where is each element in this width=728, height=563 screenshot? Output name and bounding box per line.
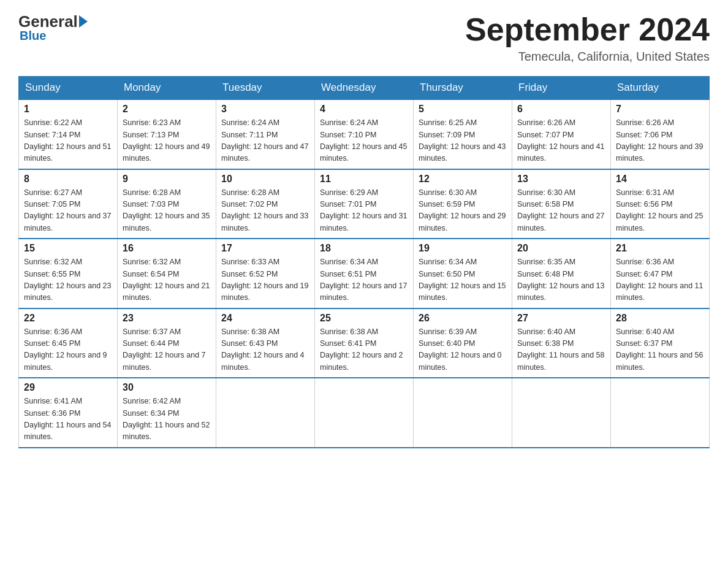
day-number: 27 bbox=[517, 313, 605, 324]
day-info: Sunrise: 6:32 AMSunset: 6:55 PMDaylight:… bbox=[24, 256, 112, 304]
week-row-4: 22 Sunrise: 6:36 AMSunset: 6:45 PMDaylig… bbox=[19, 308, 710, 378]
day-info: Sunrise: 6:24 AMSunset: 7:10 PMDaylight:… bbox=[320, 117, 408, 165]
day-cell-7: 7 Sunrise: 6:26 AMSunset: 7:06 PMDayligh… bbox=[611, 99, 710, 169]
day-info: Sunrise: 6:23 AMSunset: 7:13 PMDaylight:… bbox=[123, 117, 211, 165]
day-info: Sunrise: 6:39 AMSunset: 6:40 PMDaylight:… bbox=[419, 326, 507, 374]
week-row-5: 29 Sunrise: 6:41 AMSunset: 6:36 PMDaylig… bbox=[19, 378, 710, 448]
day-cell-12: 12 Sunrise: 6:30 AMSunset: 6:59 PMDaylig… bbox=[414, 169, 512, 239]
page-header: General Blue September 2024 Temecula, Ca… bbox=[18, 12, 710, 64]
calendar-header-row: Sunday Monday Tuesday Wednesday Thursday… bbox=[19, 77, 710, 100]
col-saturday: Saturday bbox=[611, 77, 710, 100]
day-cell-13: 13 Sunrise: 6:30 AMSunset: 6:58 PMDaylig… bbox=[512, 169, 611, 239]
day-info: Sunrise: 6:36 AMSunset: 6:45 PMDaylight:… bbox=[24, 326, 112, 374]
day-info: Sunrise: 6:27 AMSunset: 7:05 PMDaylight:… bbox=[24, 187, 112, 235]
day-info: Sunrise: 6:37 AMSunset: 6:44 PMDaylight:… bbox=[123, 326, 211, 374]
logo-arrow-icon bbox=[79, 15, 88, 28]
col-monday: Monday bbox=[118, 77, 216, 100]
day-info: Sunrise: 6:40 AMSunset: 6:38 PMDaylight:… bbox=[517, 326, 605, 374]
day-number: 26 bbox=[419, 313, 507, 324]
day-info: Sunrise: 6:42 AMSunset: 6:34 PMDaylight:… bbox=[123, 396, 211, 443]
day-info: Sunrise: 6:25 AMSunset: 7:09 PMDaylight:… bbox=[419, 117, 507, 165]
day-number: 1 bbox=[24, 104, 112, 115]
day-info: Sunrise: 6:38 AMSunset: 6:41 PMDaylight:… bbox=[320, 326, 408, 374]
col-thursday: Thursday bbox=[414, 77, 512, 100]
day-number: 12 bbox=[419, 174, 507, 185]
day-cell-3: 3 Sunrise: 6:24 AMSunset: 7:11 PMDayligh… bbox=[216, 99, 315, 169]
day-number: 15 bbox=[24, 243, 112, 254]
day-info: Sunrise: 6:24 AMSunset: 7:11 PMDaylight:… bbox=[221, 117, 309, 165]
month-title: September 2024 bbox=[465, 12, 710, 47]
day-info: Sunrise: 6:28 AMSunset: 7:03 PMDaylight:… bbox=[123, 187, 211, 235]
day-cell-21: 21 Sunrise: 6:36 AMSunset: 6:47 PMDaylig… bbox=[611, 239, 710, 308]
day-cell-29: 29 Sunrise: 6:41 AMSunset: 6:36 PMDaylig… bbox=[19, 378, 118, 448]
day-info: Sunrise: 6:36 AMSunset: 6:47 PMDaylight:… bbox=[616, 256, 704, 304]
day-number: 5 bbox=[419, 104, 507, 115]
day-number: 9 bbox=[123, 174, 211, 185]
day-info: Sunrise: 6:38 AMSunset: 6:43 PMDaylight:… bbox=[221, 326, 309, 374]
day-info: Sunrise: 6:31 AMSunset: 6:56 PMDaylight:… bbox=[616, 187, 704, 235]
day-info: Sunrise: 6:34 AMSunset: 6:50 PMDaylight:… bbox=[419, 256, 507, 304]
day-number: 19 bbox=[419, 243, 507, 254]
day-number: 13 bbox=[517, 174, 605, 185]
title-block: September 2024 Temecula, California, Uni… bbox=[465, 12, 710, 64]
day-number: 20 bbox=[517, 243, 605, 254]
day-number: 7 bbox=[616, 104, 704, 115]
day-cell-14: 14 Sunrise: 6:31 AMSunset: 6:56 PMDaylig… bbox=[611, 169, 710, 239]
day-cell-10: 10 Sunrise: 6:28 AMSunset: 7:02 PMDaylig… bbox=[216, 169, 315, 239]
day-cell-18: 18 Sunrise: 6:34 AMSunset: 6:51 PMDaylig… bbox=[315, 239, 414, 308]
day-number: 2 bbox=[123, 104, 211, 115]
day-cell-8: 8 Sunrise: 6:27 AMSunset: 7:05 PMDayligh… bbox=[19, 169, 118, 239]
day-info: Sunrise: 6:30 AMSunset: 6:59 PMDaylight:… bbox=[419, 187, 507, 235]
day-number: 23 bbox=[123, 313, 211, 324]
day-cell-20: 20 Sunrise: 6:35 AMSunset: 6:48 PMDaylig… bbox=[512, 239, 611, 308]
day-number: 29 bbox=[24, 382, 112, 393]
day-number: 18 bbox=[320, 243, 408, 254]
logo: General Blue bbox=[18, 12, 88, 43]
day-cell-23: 23 Sunrise: 6:37 AMSunset: 6:44 PMDaylig… bbox=[118, 308, 216, 378]
day-number: 28 bbox=[616, 313, 704, 324]
day-cell-26: 26 Sunrise: 6:39 AMSunset: 6:40 PMDaylig… bbox=[414, 308, 512, 378]
day-cell-24: 24 Sunrise: 6:38 AMSunset: 6:43 PMDaylig… bbox=[216, 308, 315, 378]
day-info: Sunrise: 6:41 AMSunset: 6:36 PMDaylight:… bbox=[24, 396, 112, 443]
day-cell-25: 25 Sunrise: 6:38 AMSunset: 6:41 PMDaylig… bbox=[315, 308, 414, 378]
week-row-1: 1 Sunrise: 6:22 AMSunset: 7:14 PMDayligh… bbox=[19, 99, 710, 169]
day-number: 16 bbox=[123, 243, 211, 254]
day-info: Sunrise: 6:22 AMSunset: 7:14 PMDaylight:… bbox=[24, 117, 112, 165]
day-number: 25 bbox=[320, 313, 408, 324]
day-number: 30 bbox=[123, 382, 211, 393]
day-cell-19: 19 Sunrise: 6:34 AMSunset: 6:50 PMDaylig… bbox=[414, 239, 512, 308]
day-number: 11 bbox=[320, 174, 408, 185]
empty-cell-w4-d6 bbox=[611, 378, 710, 448]
day-info: Sunrise: 6:33 AMSunset: 6:52 PMDaylight:… bbox=[221, 256, 309, 304]
day-cell-11: 11 Sunrise: 6:29 AMSunset: 7:01 PMDaylig… bbox=[315, 169, 414, 239]
empty-cell-w4-d5 bbox=[512, 378, 611, 448]
day-info: Sunrise: 6:28 AMSunset: 7:02 PMDaylight:… bbox=[221, 187, 309, 235]
day-info: Sunrise: 6:32 AMSunset: 6:54 PMDaylight:… bbox=[123, 256, 211, 304]
day-cell-22: 22 Sunrise: 6:36 AMSunset: 6:45 PMDaylig… bbox=[19, 308, 118, 378]
day-number: 24 bbox=[221, 313, 309, 324]
day-cell-5: 5 Sunrise: 6:25 AMSunset: 7:09 PMDayligh… bbox=[414, 99, 512, 169]
day-number: 14 bbox=[616, 174, 704, 185]
day-info: Sunrise: 6:29 AMSunset: 7:01 PMDaylight:… bbox=[320, 187, 408, 235]
day-info: Sunrise: 6:34 AMSunset: 6:51 PMDaylight:… bbox=[320, 256, 408, 304]
col-sunday: Sunday bbox=[19, 77, 118, 100]
day-cell-4: 4 Sunrise: 6:24 AMSunset: 7:10 PMDayligh… bbox=[315, 99, 414, 169]
empty-cell-w4-d4 bbox=[414, 378, 512, 448]
col-wednesday: Wednesday bbox=[315, 77, 414, 100]
day-number: 4 bbox=[320, 104, 408, 115]
day-number: 3 bbox=[221, 104, 309, 115]
day-cell-28: 28 Sunrise: 6:40 AMSunset: 6:37 PMDaylig… bbox=[611, 308, 710, 378]
empty-cell-w4-d3 bbox=[315, 378, 414, 448]
day-cell-15: 15 Sunrise: 6:32 AMSunset: 6:55 PMDaylig… bbox=[19, 239, 118, 308]
col-friday: Friday bbox=[512, 77, 611, 100]
logo-blue: Blue bbox=[20, 29, 46, 43]
day-cell-17: 17 Sunrise: 6:33 AMSunset: 6:52 PMDaylig… bbox=[216, 239, 315, 308]
day-cell-9: 9 Sunrise: 6:28 AMSunset: 7:03 PMDayligh… bbox=[118, 169, 216, 239]
week-row-3: 15 Sunrise: 6:32 AMSunset: 6:55 PMDaylig… bbox=[19, 239, 710, 308]
calendar-table: Sunday Monday Tuesday Wednesday Thursday… bbox=[18, 76, 710, 448]
day-number: 17 bbox=[221, 243, 309, 254]
day-info: Sunrise: 6:30 AMSunset: 6:58 PMDaylight:… bbox=[517, 187, 605, 235]
day-info: Sunrise: 6:40 AMSunset: 6:37 PMDaylight:… bbox=[616, 326, 704, 374]
week-row-2: 8 Sunrise: 6:27 AMSunset: 7:05 PMDayligh… bbox=[19, 169, 710, 239]
day-info: Sunrise: 6:35 AMSunset: 6:48 PMDaylight:… bbox=[517, 256, 605, 304]
